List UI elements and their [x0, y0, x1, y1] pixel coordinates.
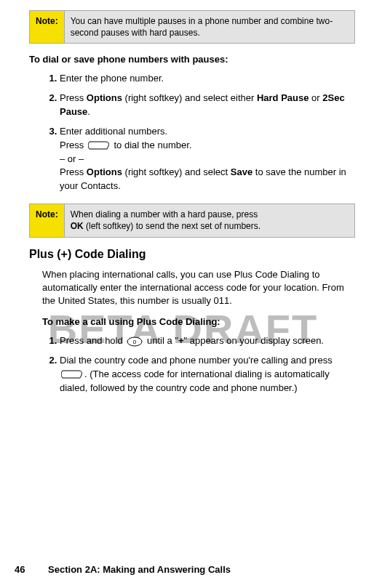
- note-label: Note:: [30, 204, 65, 236]
- talk-key-icon: [61, 369, 83, 379]
- options-label: Options: [87, 92, 122, 103]
- step-item: Press Options (right softkey) and select…: [60, 92, 355, 119]
- heading-dial-save: To dial or save phone numbers with pause…: [29, 54, 355, 65]
- body-paragraph: When placing international calls, you ca…: [42, 268, 355, 308]
- svg-text:0: 0: [133, 339, 137, 345]
- text: (right softkey) and select either: [122, 92, 257, 103]
- section-title: Section 2A: Making and Answering Calls: [48, 564, 231, 575]
- text: – or –: [60, 153, 84, 164]
- text: (left softkey) to send the next set of n…: [84, 221, 260, 231]
- heading-make-call: To make a call using Plus Code Dialing:: [42, 316, 355, 327]
- save-label: Save: [231, 166, 252, 177]
- text: (right softkey) and select: [122, 166, 231, 177]
- steps-list-1: Enter the phone number. Press Options (r…: [42, 72, 355, 193]
- zero-key-icon: 0: [127, 337, 143, 347]
- page-footer: 46 Section 2A: Making and Answering Call…: [15, 564, 351, 575]
- step-item: Enter additional numbers. Press to dial …: [60, 125, 355, 193]
- text: Press: [60, 140, 87, 150]
- text: Press: [60, 166, 87, 177]
- heading-plus-code: Plus (+) Code Dialing: [29, 248, 355, 261]
- step-item: Enter the phone number.: [60, 72, 355, 86]
- text: Dial the country code and phone number y…: [60, 355, 333, 366]
- text: until a ": [144, 335, 178, 346]
- text: " appears on your display screen.: [183, 335, 324, 346]
- options-label: Options: [87, 166, 122, 177]
- text: When dialing a number with a hard pause,…: [71, 209, 258, 220]
- text: Press: [60, 92, 87, 103]
- note-text: When dialing a number with a hard pause,…: [65, 204, 354, 236]
- steps-list-2: Press and hold 0 until a "+" appears on …: [42, 334, 355, 395]
- note-box-2: Note: When dialing a number with a hard …: [29, 204, 355, 237]
- note-label: Note:: [30, 11, 65, 43]
- ok-label: OK: [71, 221, 84, 231]
- page-number: 46: [15, 564, 25, 575]
- text: Enter additional numbers.: [60, 126, 167, 137]
- talk-key-icon: [88, 140, 110, 150]
- step-item: Press and hold 0 until a "+" appears on …: [60, 334, 355, 348]
- text: or: [309, 92, 322, 103]
- note-box-1: Note: You can have multiple pauses in a …: [29, 10, 355, 44]
- text: to dial the number.: [111, 140, 192, 150]
- text: . (The access code for international dia…: [60, 368, 330, 393]
- hard-pause-label: Hard Pause: [257, 92, 309, 103]
- text: Press and hold: [60, 335, 125, 346]
- step-item: Dial the country code and phone number y…: [60, 354, 355, 395]
- note-text: You can have multiple pauses in a phone …: [65, 11, 354, 43]
- text: .: [87, 106, 90, 117]
